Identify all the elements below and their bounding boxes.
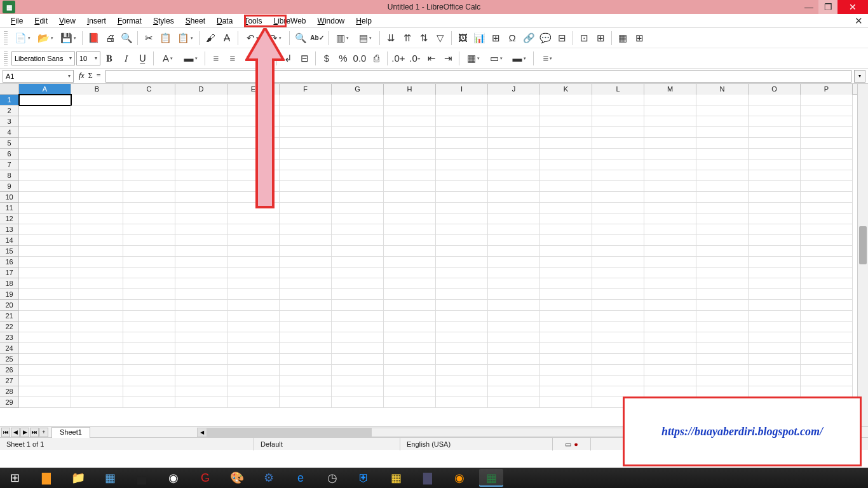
cell[interactable]	[71, 181, 123, 192]
cell[interactable]	[696, 343, 749, 354]
clone-format-button[interactable]: 🖌	[203, 30, 218, 46]
cell[interactable]	[801, 376, 853, 386]
cell[interactable]	[123, 159, 175, 170]
cell[interactable]	[436, 116, 488, 127]
cell[interactable]	[71, 397, 123, 408]
cell[interactable]	[696, 95, 749, 105]
cell[interactable]	[801, 289, 853, 300]
taskbar-calc-icon[interactable]: ▦	[479, 469, 503, 487]
cell[interactable]	[123, 214, 175, 224]
row-header[interactable]: 5	[0, 138, 19, 149]
font-color-button[interactable]: A	[157, 51, 179, 66]
cell[interactable]	[332, 95, 384, 105]
cell[interactable]	[280, 300, 332, 311]
menu-libreweb[interactable]: LibreWeb	[268, 15, 311, 27]
row-header[interactable]: 22	[0, 322, 19, 332]
cell[interactable]	[644, 246, 696, 257]
cell[interactable]	[175, 354, 227, 365]
cell[interactable]	[175, 343, 227, 354]
cell[interactable]	[436, 95, 488, 105]
cell[interactable]	[175, 159, 227, 170]
cell[interactable]	[280, 203, 332, 214]
cell[interactable]	[436, 138, 488, 149]
cell[interactable]	[19, 214, 71, 224]
column-header[interactable]: A	[19, 84, 71, 95]
cell[interactable]	[696, 235, 749, 246]
cell[interactable]	[540, 192, 592, 203]
cell[interactable]	[644, 214, 696, 224]
cell[interactable]	[592, 376, 644, 386]
tab-add-button[interactable]: +	[39, 428, 48, 437]
taskbar-task-icon[interactable]: ▦	[98, 469, 122, 487]
close-button[interactable]: ✕	[837, 0, 868, 14]
cell[interactable]	[644, 127, 696, 138]
taskbar-chrome-icon[interactable]: ◉	[161, 469, 186, 487]
align-left-button[interactable]: ≡	[208, 51, 224, 66]
cell[interactable]	[175, 149, 227, 159]
cell[interactable]	[696, 311, 749, 322]
cell[interactable]	[332, 246, 384, 257]
cell[interactable]	[175, 192, 227, 203]
cell[interactable]	[644, 170, 696, 181]
cell[interactable]	[696, 192, 749, 203]
cell[interactable]	[592, 224, 644, 235]
highlight-button[interactable]: ▬	[180, 51, 201, 66]
cell[interactable]	[436, 365, 488, 376]
row-header[interactable]: 2	[0, 105, 19, 116]
toolbar-grip[interactable]	[4, 51, 8, 65]
print-button[interactable]: 🖨	[102, 30, 118, 46]
cell[interactable]	[749, 149, 801, 159]
cell[interactable]	[384, 311, 436, 322]
cell[interactable]	[592, 149, 644, 159]
cell[interactable]	[749, 311, 801, 322]
cell[interactable]	[175, 332, 227, 343]
cell[interactable]	[280, 257, 332, 268]
cell[interactable]	[592, 289, 644, 300]
cell[interactable]	[488, 127, 540, 138]
cell[interactable]	[384, 257, 436, 268]
cell[interactable]	[175, 138, 227, 149]
formula-expand-button[interactable]: ▾	[854, 70, 865, 83]
cell[interactable]	[488, 311, 540, 322]
cell[interactable]	[123, 170, 175, 181]
cell[interactable]	[644, 159, 696, 170]
cell[interactable]	[123, 311, 175, 322]
cell[interactable]	[540, 376, 592, 386]
cell[interactable]	[592, 300, 644, 311]
cell[interactable]	[488, 105, 540, 116]
cell[interactable]	[280, 224, 332, 235]
taskbar-explorer-icon[interactable]: 📁	[66, 469, 90, 487]
tab-last-button[interactable]: ⏭	[30, 428, 39, 437]
cell[interactable]	[540, 343, 592, 354]
cell[interactable]	[227, 300, 280, 311]
cell[interactable]	[71, 105, 123, 116]
cell[interactable]	[540, 354, 592, 365]
cell[interactable]	[280, 376, 332, 386]
undo-button[interactable]: ↶	[241, 30, 263, 46]
save-button[interactable]: 💾	[57, 30, 79, 46]
cell[interactable]	[332, 203, 384, 214]
cell[interactable]	[71, 311, 123, 322]
cell[interactable]	[384, 116, 436, 127]
cell[interactable]	[227, 116, 280, 127]
cell[interactable]	[227, 149, 280, 159]
cell[interactable]	[644, 268, 696, 278]
cell[interactable]	[488, 224, 540, 235]
cell[interactable]	[332, 127, 384, 138]
cell[interactable]	[436, 397, 488, 408]
cell[interactable]	[123, 149, 175, 159]
cell[interactable]	[592, 127, 644, 138]
column-header[interactable]: M	[644, 84, 696, 95]
cell[interactable]	[436, 192, 488, 203]
cell[interactable]	[749, 386, 801, 397]
cell[interactable]	[71, 95, 123, 105]
cell[interactable]	[19, 235, 71, 246]
borders-button[interactable]: ▦	[463, 51, 484, 66]
cell[interactable]	[332, 365, 384, 376]
column-header[interactable]: F	[280, 84, 332, 95]
cell[interactable]	[175, 278, 227, 289]
cell[interactable]	[540, 246, 592, 257]
cell[interactable]	[384, 365, 436, 376]
cell[interactable]	[227, 365, 280, 376]
cell[interactable]	[123, 343, 175, 354]
